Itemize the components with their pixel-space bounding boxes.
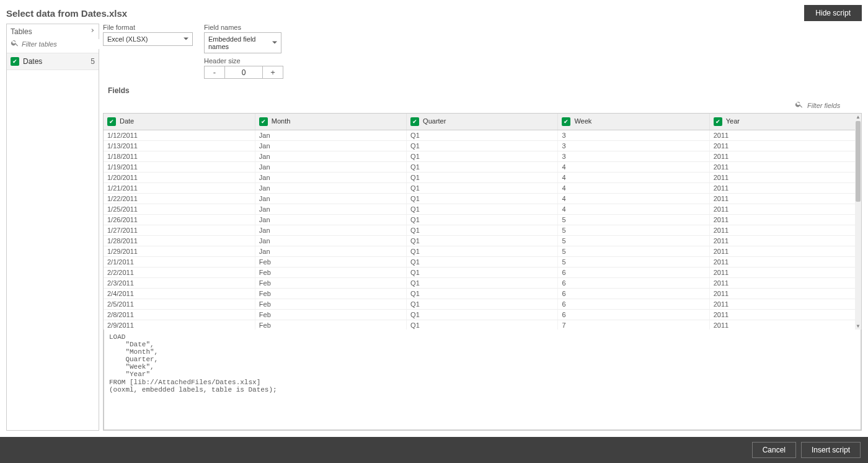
table-cell: 6 [558, 267, 709, 278]
column-label: Date [120, 117, 134, 125]
field-names-select[interactable]: Embedded field names [204, 32, 281, 53]
table-cell: 2/5/2011 [104, 299, 255, 310]
table-cell: 2011 [709, 151, 861, 162]
table-cell: Jan [255, 130, 406, 141]
column-checkbox[interactable]: ✔ [259, 117, 268, 126]
table-row: 1/26/2011JanQ152011 [104, 215, 861, 225]
table-row: 1/27/2011JanQ152011 [104, 225, 861, 236]
table-cell: Q1 [407, 257, 558, 267]
table-cell: 6 [558, 278, 709, 289]
table-cell: 2011 [709, 194, 861, 204]
hide-script-button[interactable]: Hide script [804, 5, 862, 21]
table-row: 1/19/2011JanQ142011 [104, 162, 861, 173]
table-cell: 1/25/2011 [104, 204, 255, 215]
arrow-right-icon[interactable] [87, 27, 95, 36]
table-cell: Q1 [407, 215, 558, 225]
file-format-label: File format [103, 24, 193, 31]
table-cell: Q1 [407, 162, 558, 173]
table-cell: Q1 [407, 130, 558, 141]
table-row: 1/21/2011JanQ142011 [104, 183, 861, 194]
table-cell: 5 [558, 225, 709, 236]
table-cell: 3 [558, 151, 709, 162]
table-row: 1/13/2011JanQ132011 [104, 141, 861, 151]
scroll-down-arrow-icon[interactable]: ▼ [856, 323, 861, 330]
table-cell: Feb [255, 289, 406, 299]
table-cell: 2011 [709, 141, 861, 151]
table-cell: 2/3/2011 [104, 278, 255, 289]
column-header[interactable]: ✔Week [558, 114, 709, 130]
table-cell: Q1 [407, 310, 558, 320]
table-cell: Jan [255, 225, 406, 236]
scrollbar-thumb[interactable] [856, 121, 861, 202]
column-label: Year [726, 117, 740, 125]
column-checkbox[interactable]: ✔ [107, 117, 116, 126]
column-header[interactable]: ✔Year [709, 114, 861, 130]
table-row: 2/9/2011FebQ172011 [104, 320, 861, 330]
table-cell: 7 [558, 320, 709, 330]
table-cell: 4 [558, 162, 709, 173]
header-size-decrement-button[interactable]: - [205, 66, 225, 78]
column-checkbox[interactable]: ✔ [714, 117, 722, 126]
table-cell: 6 [558, 289, 709, 299]
table-row: 2/4/2011FebQ162011 [104, 289, 861, 299]
table-cell: 5 [558, 215, 709, 225]
table-cell: Q1 [407, 194, 558, 204]
table-cell: Q1 [407, 299, 558, 310]
table-cell: Q1 [407, 183, 558, 194]
table-cell: 2011 [709, 130, 861, 141]
file-format-select[interactable]: Excel (XLSX) [103, 32, 193, 46]
file-format-value: Excel (XLSX) [107, 35, 148, 43]
search-icon [795, 100, 804, 110]
column-header[interactable]: ✔Quarter [407, 114, 558, 130]
table-cell: 1/21/2011 [104, 183, 255, 194]
header-size-increment-button[interactable]: + [262, 66, 283, 78]
footer-bar: Cancel Insert script [0, 437, 868, 463]
table-cell: 1/12/2011 [104, 130, 255, 141]
table-cell: 2011 [709, 162, 861, 173]
chevron-down-icon [184, 35, 188, 43]
table-checkbox[interactable]: ✔ [11, 57, 19, 66]
table-cell: Q1 [407, 320, 558, 330]
table-cell: Jan [255, 246, 406, 257]
table-cell: 6 [558, 299, 709, 310]
table-field-count: 5 [91, 57, 95, 66]
table-cell: 5 [558, 246, 709, 257]
table-cell: 5 [558, 257, 709, 267]
table-cell: Q1 [407, 151, 558, 162]
table-cell: 2/4/2011 [104, 289, 255, 299]
table-cell: 1/28/2011 [104, 236, 255, 246]
table-cell: Jan [255, 173, 406, 183]
vertical-scrollbar[interactable]: ▲ ▼ [855, 114, 861, 330]
table-name: Dates [23, 57, 87, 66]
column-header[interactable]: ✔Month [255, 114, 406, 130]
table-cell: 4 [558, 183, 709, 194]
filter-fields-input[interactable] [806, 101, 856, 110]
column-label: Month [272, 117, 291, 125]
table-cell: Feb [255, 320, 406, 330]
table-cell: Feb [255, 278, 406, 289]
table-cell: Feb [255, 310, 406, 320]
table-cell: 4 [558, 173, 709, 183]
column-label: Quarter [423, 117, 446, 125]
table-cell: 2011 [709, 299, 861, 310]
table-cell: Q1 [407, 246, 558, 257]
scroll-up-arrow-icon[interactable]: ▲ [856, 114, 861, 120]
filter-tables-input[interactable] [22, 39, 108, 49]
table-item[interactable]: ✔Dates5 [7, 53, 99, 70]
table-cell: Q1 [407, 278, 558, 289]
table-cell: 2011 [709, 236, 861, 246]
table-cell: 1/18/2011 [104, 151, 255, 162]
table-cell: 4 [558, 204, 709, 215]
table-cell: Jan [255, 162, 406, 173]
table-cell: Q1 [407, 204, 558, 215]
column-checkbox[interactable]: ✔ [410, 117, 419, 126]
cancel-button[interactable]: Cancel [752, 442, 796, 458]
column-header[interactable]: ✔Date [104, 114, 255, 130]
table-cell: 2011 [709, 267, 861, 278]
table-cell: 1/27/2011 [104, 225, 255, 236]
table-cell: 1/20/2011 [104, 173, 255, 183]
table-cell: 2/8/2011 [104, 310, 255, 320]
insert-script-button[interactable]: Insert script [801, 442, 861, 458]
table-cell: 3 [558, 141, 709, 151]
column-checkbox[interactable]: ✔ [562, 117, 570, 126]
